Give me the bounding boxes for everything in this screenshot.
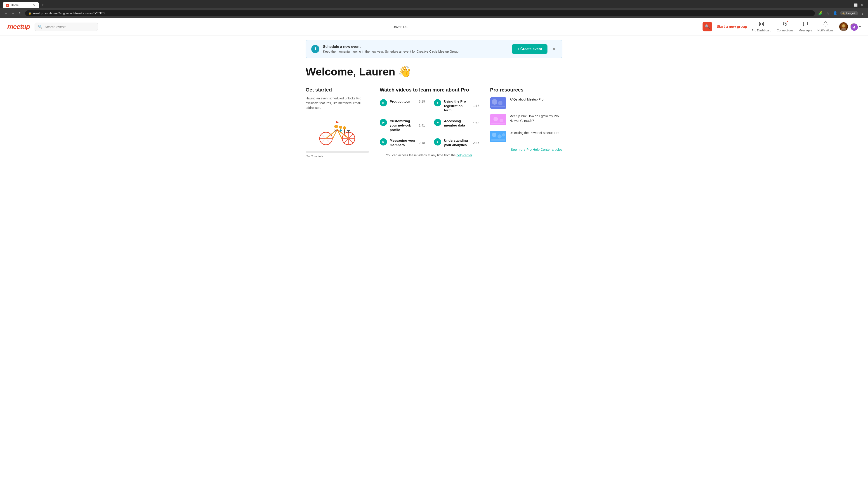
video-duration-4: 2:18	[416, 141, 425, 144]
browser-toolbar: ← → ↻ 🔒 meetup.com/home/?suggested=true&…	[0, 8, 868, 18]
svg-rect-0	[760, 22, 761, 24]
search-button[interactable]: 🔍	[703, 22, 712, 31]
search-input[interactable]	[45, 25, 94, 29]
play-icon-5: ▶	[434, 138, 441, 145]
svg-marker-30	[336, 121, 339, 123]
connections-icon	[782, 21, 788, 28]
pro-resources-title: Pro resources	[490, 87, 562, 93]
video-item-0[interactable]: ▶ Product tour 3:19	[380, 99, 425, 112]
get-started-title: Get started	[306, 87, 369, 93]
location-display: Dover, DE	[102, 25, 698, 29]
extensions-icon[interactable]: 🧩	[817, 10, 824, 16]
search-bar[interactable]: 🔍	[35, 23, 98, 31]
url-text: meetup.com/home/?suggested=true&source=E…	[33, 11, 105, 15]
video-duration-1: 1:17	[470, 104, 479, 107]
nav-connections[interactable]: Connections	[777, 21, 793, 32]
video-item-1[interactable]: ▶ Using the Pro registration form 1:17	[434, 99, 479, 112]
video-item-2[interactable]: ▶ Customizing your network profile 1:41	[380, 119, 425, 132]
meetup-logo[interactable]: meetup	[7, 23, 30, 31]
svg-point-38	[498, 101, 502, 105]
see-more-articles-link[interactable]: See more Pro Help Center articles	[490, 148, 562, 151]
banner-close-button[interactable]: ✕	[551, 45, 557, 53]
profile-icon[interactable]: 👤	[832, 10, 838, 16]
play-icon-1: ▶	[434, 99, 441, 106]
svg-rect-48	[491, 139, 505, 141]
nav-notifications[interactable]: Notifications	[817, 21, 833, 32]
video-item-3[interactable]: ▶ Accessing member data 1:43	[434, 119, 479, 132]
video-title-0: Product tour	[390, 99, 410, 104]
minimize-button[interactable]: −	[846, 3, 852, 8]
messages-label: Messages	[799, 29, 812, 32]
back-button[interactable]: ←	[3, 10, 9, 16]
create-event-button[interactable]: + Create event	[512, 44, 548, 54]
svg-rect-1	[762, 22, 764, 24]
pro-dashboard-label: Pro Dashboard	[752, 29, 771, 32]
resource-item-1[interactable]: Meetup Pro: How do I grow my Pro Network…	[490, 114, 562, 125]
video-item-5[interactable]: ▶ Understanding your analytics 2:36	[434, 138, 479, 147]
resource-item-2[interactable]: Unlocking the Power of Meetup Pro	[490, 131, 562, 142]
user-avatar-wrapper[interactable]: M ▾	[839, 22, 861, 31]
wave-emoji: 👋	[398, 65, 412, 78]
svg-rect-3	[762, 24, 764, 26]
incognito-icon: 🕵️	[842, 12, 845, 15]
banner-info-icon: ℹ	[311, 45, 319, 53]
svg-rect-2	[760, 24, 761, 26]
help-center-link[interactable]: help center	[457, 153, 472, 157]
start-new-group-link[interactable]: Start a new group	[717, 25, 747, 29]
content-columns: Get started Having an event scheduled un…	[306, 87, 562, 158]
welcome-heading: Welcome, Lauren 👋	[306, 65, 562, 78]
video-duration-3: 1:43	[470, 121, 479, 125]
help-text-pre: You can access these videos at any time …	[386, 153, 457, 157]
svg-line-33	[339, 130, 342, 131]
svg-point-8	[841, 28, 846, 31]
maximize-button[interactable]: ⬜	[852, 3, 859, 8]
video-title-2: Customizing your network profile	[390, 119, 416, 132]
user-avatar-secondary: M	[850, 23, 857, 30]
tab-favicon: m	[6, 4, 9, 7]
banner-text: Keep the momentum going in the new year.…	[323, 50, 508, 53]
reload-button[interactable]: ↻	[17, 10, 23, 16]
video-item-4[interactable]: ▶ Messaging your members 2:18	[380, 138, 425, 147]
videos-grid: ▶ Product tour 3:19 ▶ Using the Pro regi…	[380, 99, 479, 147]
svg-text:M: M	[852, 26, 855, 29]
incognito-badge: 🕵️ Incognito	[840, 11, 858, 15]
notifications-icon	[823, 21, 828, 28]
resource-thumb-0	[490, 97, 506, 109]
active-tab[interactable]: m Home ✕	[3, 2, 39, 8]
dashboard-icon	[759, 21, 764, 28]
tab-close-button[interactable]: ✕	[33, 3, 36, 7]
tab-title: Home	[11, 3, 19, 7]
bicycle-illustration	[312, 115, 362, 147]
menu-icon[interactable]: ⋮	[860, 10, 865, 16]
schedule-event-banner: ℹ Schedule a new event Keep the momentum…	[306, 40, 562, 58]
banner-title: Schedule a new event	[323, 45, 508, 49]
video-duration-0: 3:19	[416, 100, 425, 103]
welcome-text: Welcome, Lauren	[306, 66, 395, 78]
resource-item-0[interactable]: FAQs about Meetup Pro	[490, 97, 562, 109]
svg-point-26	[334, 125, 338, 128]
svg-point-31	[339, 126, 342, 129]
play-icon-3: ▶	[434, 119, 441, 126]
svg-rect-39	[491, 106, 505, 107]
svg-point-34	[343, 126, 346, 129]
address-bar[interactable]: 🔒 meetup.com/home/?suggested=true&source…	[25, 10, 815, 16]
connections-label: Connections	[777, 29, 793, 32]
nav-messages[interactable]: Messages	[799, 21, 812, 32]
videos-title: Watch videos to learn more about Pro	[380, 87, 479, 93]
banner-content: Schedule a new event Keep the momentum g…	[323, 45, 508, 53]
forward-button[interactable]: →	[10, 10, 16, 16]
bookmark-icon[interactable]: ☆	[825, 10, 830, 16]
svg-point-7	[842, 24, 845, 27]
video-duration-2: 1:41	[416, 124, 425, 127]
new-tab-button[interactable]: +	[40, 2, 46, 8]
app-header: meetup 🔍 Dover, DE 🔍 Start a new group P…	[0, 18, 868, 35]
resource-text-1: Meetup Pro: How do I grow my Pro Network…	[509, 114, 562, 123]
close-button[interactable]: ✕	[859, 3, 865, 8]
get-started-description: Having an event scheduled unlocks Pro ex…	[306, 96, 369, 110]
notifications-label: Notifications	[817, 29, 833, 32]
resource-text-0: FAQs about Meetup Pro	[509, 97, 544, 102]
videos-section: Watch videos to learn more about Pro ▶ P…	[380, 87, 479, 157]
nav-pro-dashboard[interactable]: Pro Dashboard	[752, 21, 771, 32]
svg-point-41	[493, 117, 498, 121]
play-icon-2: ▶	[380, 119, 387, 126]
